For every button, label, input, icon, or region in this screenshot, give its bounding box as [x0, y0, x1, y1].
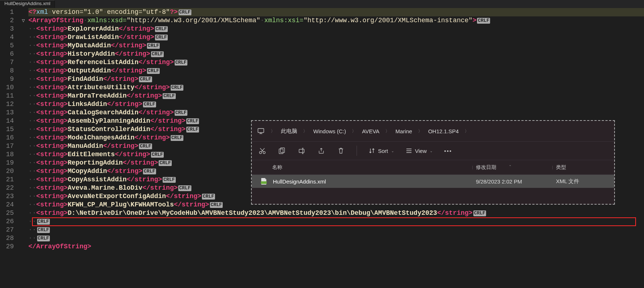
code-line[interactable]: ··<string>HistoryAddin</string>CRLF: [28, 50, 644, 58]
view-button[interactable]: View ⌄: [406, 147, 433, 154]
crlf-marker: CRLF: [163, 177, 175, 183]
toolbar-separator: [357, 146, 357, 156]
code-line[interactable]: ··<string>MyDataAddin</string>CRLF: [28, 42, 644, 50]
view-label: View: [415, 148, 427, 154]
fold-indicator-icon[interactable]: ▽: [22, 17, 25, 24]
code-line[interactable]: <ArrayOfString·xmlns:xsd="http://www.w3.…: [28, 16, 644, 25]
crlf-marker: CRLF: [202, 194, 215, 200]
code-line[interactable]: ··<string>D:\NetDriveDir\OneDrive\MyCode…: [28, 209, 644, 217]
code-line[interactable]: ··<string>ExplorerAddin</string>CRLF: [28, 25, 644, 33]
tab-bar: HullDesignAddins.xml: [0, 0, 644, 8]
crlf-marker: CRLF: [139, 76, 152, 82]
file-explorer-overlay: 〉 此电脑 〉 Windows (C:) 〉 AVEVA 〉 Marine 〉 …: [251, 120, 615, 205]
line-number-gutter: 1234567891011121314151617181920212223242…: [0, 8, 22, 251]
code-line[interactable]: ··<string>OutputAddin</string>CRLF: [28, 67, 644, 75]
file-date: 9/28/2023 2:02 PM: [476, 178, 556, 185]
chevron-right-icon: 〉: [465, 128, 469, 134]
crlf-marker: CRLF: [147, 68, 160, 74]
breadcrumb-item[interactable]: AVEVA: [362, 128, 379, 134]
crlf-marker: CRLF: [151, 152, 164, 158]
chevron-right-icon: 〉: [303, 128, 307, 134]
file-name: HullDesignAddins.xml: [273, 178, 476, 185]
crlf-marker: CRLF: [473, 210, 486, 216]
column-header-type[interactable]: 类型: [556, 164, 614, 171]
file-list-header: 名称 ⌄修改日期 类型: [252, 160, 614, 175]
svg-rect-0: [258, 129, 264, 133]
crlf-marker: CRLF: [179, 9, 191, 15]
code-line[interactable]: ··<string>ReferenceListAddin</string>CRL…: [28, 58, 644, 67]
svg-rect-9: [299, 149, 304, 153]
cut-icon[interactable]: [258, 147, 266, 155]
code-line[interactable]: ··<string>LinksAddin</string>CRLF: [28, 100, 644, 109]
crlf-marker: CRLF: [175, 110, 187, 116]
crlf-marker: CRLF: [143, 169, 156, 174]
chevron-right-icon: 〉: [352, 128, 356, 134]
code-line[interactable]: ··CRLF: [28, 226, 644, 234]
crlf-marker: CRLF: [477, 18, 490, 24]
file-row[interactable]: HullDesignAddins.xml 9/28/2023 2:02 PM X…: [252, 175, 614, 188]
crlf-marker: CRLF: [37, 219, 50, 225]
code-line[interactable]: ··CRLF: [28, 217, 644, 226]
crlf-marker: CRLF: [151, 51, 164, 57]
more-icon[interactable]: •••: [444, 148, 452, 154]
sort-button[interactable]: Sort ⌄: [369, 147, 394, 154]
column-header-date[interactable]: ⌄修改日期: [476, 164, 556, 171]
monitor-icon: [258, 128, 265, 134]
breadcrumb-item[interactable]: Windows (C:): [313, 128, 346, 134]
copy-icon[interactable]: [278, 147, 286, 155]
delete-icon[interactable]: [337, 147, 345, 155]
crlf-marker: CRLF: [155, 35, 168, 40]
code-line[interactable]: </ArrayOfString>: [28, 242, 644, 251]
crlf-marker: CRLF: [155, 26, 168, 32]
crlf-marker: CRLF: [210, 202, 223, 208]
chevron-down-icon: ⌄: [391, 149, 394, 153]
crlf-marker: CRLF: [37, 236, 50, 241]
chevron-right-icon: 〉: [418, 128, 422, 134]
code-line[interactable]: ··<string>MarDraTreeAddin</string>CRLF: [28, 92, 644, 100]
breadcrumb-item[interactable]: 此电脑: [281, 128, 297, 135]
file-tab[interactable]: HullDesignAddins.xml: [0, 0, 55, 8]
rename-icon[interactable]: [298, 147, 306, 155]
crlf-marker: CRLF: [171, 135, 183, 141]
crlf-marker: CRLF: [175, 60, 187, 66]
explorer-toolbar: Sort ⌄ View ⌄ •••: [252, 141, 614, 160]
code-line[interactable]: ··<string>FindAddin</string>CRLF: [28, 75, 644, 83]
crlf-marker: CRLF: [139, 143, 152, 149]
crlf-marker: CRLF: [186, 127, 199, 133]
xml-file-icon: [261, 178, 269, 185]
crlf-marker: CRLF: [143, 102, 156, 107]
crlf-marker: CRLF: [159, 160, 171, 166]
code-line[interactable]: ··CRLF: [28, 234, 644, 242]
chevron-right-icon: 〉: [385, 128, 390, 134]
code-line[interactable]: ··<string>CatalogSearchAddin</string>CRL…: [28, 109, 644, 117]
svg-rect-16: [261, 181, 267, 184]
crlf-marker: CRLF: [186, 118, 199, 124]
svg-rect-7: [279, 149, 283, 154]
sort-label: Sort: [378, 148, 388, 154]
share-icon[interactable]: [317, 147, 325, 155]
file-type: XML 文件: [556, 178, 614, 185]
sort-indicator-icon: ⌄: [509, 163, 512, 167]
crlf-marker: CRLF: [147, 43, 160, 49]
crlf-marker: CRLF: [163, 93, 175, 99]
svg-rect-8: [281, 148, 285, 153]
code-line[interactable]: <?xml·version="1.0"·encoding="utf-8"?>CR…: [28, 8, 644, 16]
fold-column: ▽: [22, 8, 28, 251]
crlf-marker: CRLF: [171, 85, 183, 91]
crlf-marker: CRLF: [178, 185, 191, 191]
chevron-right-icon: 〉: [271, 128, 275, 134]
breadcrumb-item[interactable]: Marine: [395, 128, 412, 134]
code-line[interactable]: ··<string>DrawListAddin</string>CRLF: [28, 33, 644, 42]
chevron-down-icon: ⌄: [430, 149, 433, 153]
crlf-marker: CRLF: [37, 227, 50, 233]
breadcrumb: 〉 此电脑 〉 Windows (C:) 〉 AVEVA 〉 Marine 〉 …: [252, 121, 614, 141]
breadcrumb-item[interactable]: OH12.1.SP4: [428, 128, 459, 134]
code-line[interactable]: ··<string>AttributesUtility</string>CRLF: [28, 83, 644, 92]
column-header-name[interactable]: 名称: [272, 164, 476, 171]
